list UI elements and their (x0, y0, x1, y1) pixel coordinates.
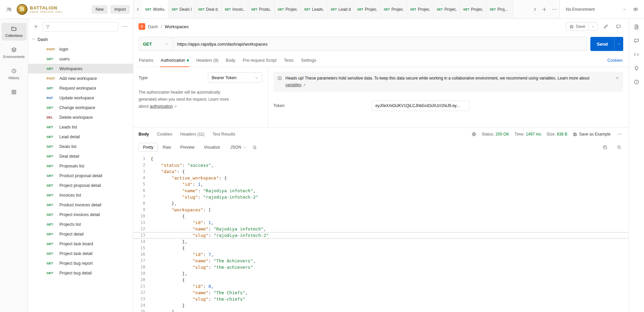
tab-params[interactable]: Params (135, 54, 157, 67)
open-tab-10[interactable]: GETProjec... (381, 0, 407, 18)
open-tab-1[interactable]: GETWorks... (142, 0, 169, 18)
request-change-workspace[interactable]: GETChange workspace (28, 103, 133, 112)
comments-icon[interactable] (634, 38, 639, 44)
open-tab-2[interactable]: GETDeals l... (169, 0, 195, 18)
request-product-proposal-detail[interactable]: GETProduct proposal detail (28, 171, 133, 180)
add-collection-button[interactable] (32, 22, 40, 31)
code-line[interactable]: 24 } (133, 302, 629, 309)
breadcrumb-collection[interactable]: Dash (148, 24, 158, 29)
code-snippet-icon[interactable] (634, 52, 639, 57)
response-body-json[interactable]: 1{2 "status": "success",3 "data": {4 "ac… (133, 154, 629, 312)
authorization-link[interactable]: authorization (150, 104, 173, 109)
environment-selector[interactable]: No Environment (563, 5, 629, 14)
copy-icon[interactable] (601, 143, 609, 151)
info-icon[interactable] (634, 79, 639, 85)
code-line[interactable]: 16 "id": 7, (133, 251, 629, 258)
team-icon[interactable] (4, 4, 14, 14)
code-line[interactable]: 4 "active_workspace": { (133, 175, 629, 181)
open-tab-7[interactable]: GETLeads... (301, 0, 328, 18)
request-project-bug-detail[interactable]: GETProject bug detail (28, 268, 133, 278)
network-icon[interactable] (472, 132, 476, 137)
code-line[interactable]: 10 { (133, 213, 629, 219)
cookies-link[interactable]: Cookies (607, 58, 626, 63)
token-input[interactable] (372, 101, 470, 111)
request-product-invoices-detail[interactable]: GETProduct invoices detail (28, 200, 133, 210)
open-tab-11[interactable]: GETProjec... (407, 0, 434, 18)
code-line[interactable]: 18 "slug": "the-achievers" (133, 264, 629, 270)
code-line[interactable]: 2 "status": "success", (133, 162, 629, 168)
request-deals-list[interactable]: GETDeals list (28, 142, 133, 151)
sidebar-item-collections[interactable]: Collections (2, 23, 26, 41)
import-button[interactable]: Import (110, 5, 130, 14)
request-workspaces[interactable]: GETWorkspaces (28, 64, 133, 73)
code-line[interactable]: 20 { (133, 277, 629, 283)
open-tab-6[interactable]: GETProjec... (275, 0, 301, 18)
tab-pre-request-script[interactable]: Pre-request Script (239, 54, 280, 67)
code-line[interactable]: 1{ (133, 156, 629, 162)
code-line[interactable]: 7 "slug": "rajodiya-infotech-2" (133, 194, 629, 200)
code-line[interactable]: 5 "id": 1, (133, 181, 629, 188)
code-line[interactable]: 9 "workspaces": [ (133, 207, 629, 213)
code-line[interactable]: 17 "name": "The Achievers", (133, 258, 629, 264)
variables-link[interactable]: variables (285, 83, 302, 87)
request-projects-list[interactable]: GETProjects list (28, 219, 133, 229)
sidebar-item-history[interactable]: History (2, 65, 26, 83)
request-deal-detail[interactable]: GETDeal detail (28, 151, 133, 161)
open-tab-12[interactable]: GETProjec... (434, 0, 460, 18)
auth-type-selector[interactable]: Bearer Token (208, 72, 262, 83)
open-tab-4[interactable]: GETInvoic... (222, 0, 248, 18)
request-request-workspace[interactable]: GETRequest workspace (28, 83, 133, 93)
open-tab-3[interactable]: GETDeal d... (195, 0, 222, 18)
request-update-workspace[interactable]: PUTUpdate workspace (28, 93, 133, 103)
request-project-task-detail[interactable]: GETProject task detail (28, 249, 133, 258)
request-project-detail[interactable]: GETProject detail (28, 229, 133, 239)
tab-settings[interactable]: Settings (297, 54, 320, 67)
code-line[interactable]: 21 "id": 8, (133, 283, 629, 290)
save-options-icon[interactable] (589, 22, 597, 31)
comments-icon[interactable] (614, 22, 623, 31)
sidebar-item-more[interactable] (2, 86, 26, 98)
request-delete-workspace[interactable]: DELDelete workspace (28, 112, 133, 122)
request-project-bug-report[interactable]: GETProject bug report (28, 258, 133, 268)
tabs-scroll-right-icon[interactable] (531, 0, 539, 18)
save-button[interactable]: Save (566, 22, 589, 31)
send-options-icon[interactable] (614, 37, 623, 51)
code-line[interactable]: 3 "data": { (133, 168, 629, 175)
wrap-text-icon[interactable] (251, 143, 259, 151)
code-line[interactable]: 6 "name": "Rajodiya infotech", (133, 188, 629, 194)
collection-dash[interactable]: Dash (28, 34, 133, 44)
code-line[interactable]: 22 "name": "The Chiefs", (133, 290, 629, 296)
code-line[interactable]: 19 }, (133, 270, 629, 277)
view-tab-preview[interactable]: Preview (176, 143, 199, 152)
response-tab-cookies[interactable]: Cookies (157, 132, 172, 137)
request-leads-list[interactable]: GETLeads list (28, 122, 133, 132)
response-tab-body[interactable]: Body (139, 132, 149, 137)
sidebar-search[interactable] (43, 22, 118, 32)
request-project-task-board[interactable]: GETProject task board (28, 239, 133, 249)
code-line[interactable]: 12 "name": "Rajodiya infotech", (133, 226, 629, 232)
open-tab-9[interactable]: GETProjec... (354, 0, 381, 18)
open-tab-13[interactable]: GETProjec... (460, 0, 487, 18)
view-tab-visualize[interactable]: Visualize (200, 143, 224, 152)
code-line[interactable]: 23 "slug": "the-chiefs" (133, 296, 629, 302)
documentation-icon[interactable] (634, 24, 639, 30)
tab-options-icon[interactable] (549, 0, 559, 18)
sidebar-item-environments[interactable]: Environments (2, 44, 26, 62)
save-as-example-button[interactable]: Save as Example (573, 132, 610, 137)
new-tab-button[interactable] (539, 0, 549, 18)
environment-quicklook-icon[interactable] (631, 4, 641, 14)
tips-icon[interactable] (634, 65, 639, 71)
request-login[interactable]: POSTlogin (28, 44, 133, 54)
view-tab-raw[interactable]: Raw (158, 143, 175, 152)
response-options-icon[interactable] (616, 131, 623, 138)
edit-icon[interactable] (601, 22, 610, 31)
request-project-proposal-detail[interactable]: GETProject proposal detail (28, 180, 133, 190)
code-line[interactable]: 25 ] (133, 309, 629, 312)
new-button[interactable]: New (92, 5, 108, 14)
tabs-scroll-left-icon[interactable] (133, 0, 142, 18)
tab-tests[interactable]: Tests (280, 54, 297, 67)
request-proposals-list[interactable]: GETProposals list (28, 161, 133, 171)
view-tab-pretty[interactable]: Pretty (139, 143, 158, 152)
code-line[interactable]: 13 "slug": "rajodiya-infotech-2" (133, 232, 629, 239)
format-selector[interactable]: JSON (228, 143, 249, 151)
